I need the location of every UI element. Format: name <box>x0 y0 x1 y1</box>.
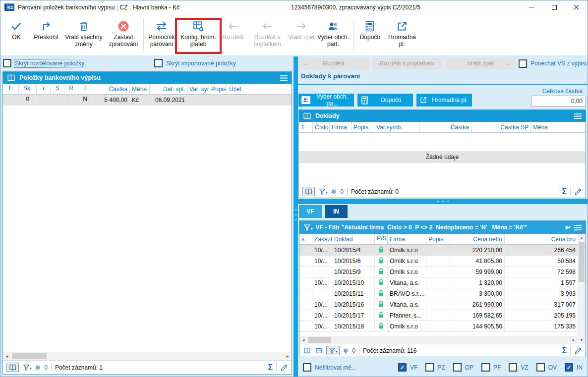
menu-icon[interactable] <box>280 75 288 81</box>
scrollbar-thumb[interactable] <box>579 242 585 282</box>
checkbox-box[interactable] <box>154 59 163 67</box>
table-row[interactable]: 10/...10/2015/16Vitana, a.s.261 990,0031… <box>299 299 578 310</box>
tab-vf[interactable]: VF <box>299 205 322 218</box>
snowflake-icon[interactable]: ❄ <box>343 347 349 354</box>
toolbar-button-pomocnik-parovani[interactable]: Pomocník párování <box>146 14 177 55</box>
checkbox-box[interactable] <box>519 59 527 68</box>
column-header-s[interactable]: S <box>51 84 64 94</box>
filter-checkbox-pf[interactable]: PF <box>481 363 501 372</box>
column-header-p-s[interactable]: P/S <box>375 234 388 244</box>
table-row[interactable]: 10/...10/2015/18Omilk s.r.o144 905,50175… <box>299 321 578 332</box>
column-header-i[interactable]: i <box>37 84 51 94</box>
filter-checkbox-ov[interactable]: OV <box>536 363 557 372</box>
table-row[interactable]: 10/...10/2015/6Omilk s.r.o41 805,0050 58… <box>299 256 578 267</box>
play-icon[interactable]: ▶▾ <box>566 224 571 230</box>
column-header-col6[interactable] <box>471 122 485 132</box>
column-header-firma[interactable]: Firma <box>330 122 352 132</box>
filter-blue-icon[interactable]: ▾ <box>318 188 328 195</box>
scroll-up-icon[interactable] <box>578 234 586 242</box>
vertical-splitter[interactable] <box>294 56 298 377</box>
checkbox-box[interactable] <box>3 59 11 67</box>
total-amount-input[interactable] <box>531 96 586 107</box>
column-header-dat-spl[interactable]: Dat. spl. <box>150 84 187 94</box>
column-header-popis[interactable]: Popis <box>209 84 227 94</box>
column-header-var-symb[interactable]: Var.symb. <box>374 122 420 132</box>
toolbar-button-vyber-obch-part[interactable]: Vyber obch. part. <box>315 14 351 55</box>
archive-icon[interactable] <box>315 347 323 354</box>
split-button-rozdelit[interactable]: ←Rozdělit <box>298 58 369 69</box>
column-header-cena-netto[interactable]: Cena netto <box>449 234 505 244</box>
close-button[interactable] <box>565 0 588 14</box>
column-header-s[interactable]: s <box>299 234 312 244</box>
column-header-f[interactable]: F <box>3 84 19 94</box>
checkbox-box[interactable] <box>536 363 545 372</box>
menu-icon[interactable] <box>574 224 582 231</box>
checkbox-box[interactable] <box>481 363 490 372</box>
checkbox-box[interactable] <box>303 363 311 372</box>
scroll-right-icon[interactable] <box>570 336 578 344</box>
column-header-m-na[interactable]: Měna <box>531 122 586 132</box>
column-header-stka-sp[interactable]: Částka SP <box>485 122 531 132</box>
column-header-t[interactable]: T <box>78 84 92 94</box>
hide-split-items-checkbox[interactable]: Skrýt rozdělované položky <box>3 59 84 67</box>
table-row[interactable]: 0N5 400,00Kč06.09.2021 <box>3 95 292 106</box>
column-header-t[interactable]: T <box>299 122 313 132</box>
filter-checkbox-vz[interactable]: VZ <box>509 363 528 372</box>
edit-pencil-icon[interactable] <box>574 188 582 196</box>
filter-blue-icon[interactable]: ▾ <box>326 346 340 355</box>
minimize-button[interactable] <box>521 0 543 14</box>
column-header-stka[interactable]: Částka <box>420 122 471 132</box>
toolbar-button-zastavit-zpracovani[interactable]: Zastavt zpracování <box>106 14 141 55</box>
sum-icon[interactable]: Σ <box>562 347 567 355</box>
column-header-r[interactable]: R <box>64 84 78 94</box>
toolbar-button-konfig-hrom-plateb[interactable]: Konfig. hrom. plateb <box>177 14 219 55</box>
table-row[interactable]: 10/2015/9Omilk s.r.o59 999,0072 598 <box>299 267 578 277</box>
column-header-m-na[interactable]: Měna <box>130 84 150 94</box>
book-blue-icon[interactable] <box>303 347 311 354</box>
filter-checkbox-in[interactable]: ✓IN <box>565 363 583 372</box>
table-row[interactable]: 10/...10/2015/10Vitana, a.s.1 320,001 59… <box>299 277 578 288</box>
toolbar-button-ok[interactable]: OK <box>2 14 30 55</box>
scroll-left-icon[interactable] <box>3 352 11 360</box>
edit-pencil-icon[interactable] <box>280 364 288 372</box>
column-header-doklad[interactable]: Doklad <box>332 234 375 244</box>
checkbox-box[interactable] <box>425 363 434 372</box>
table-row[interactable]: 10/2015/11BRAVO s.r....3 300,003 993 <box>299 288 578 299</box>
maximize-button[interactable] <box>543 0 565 14</box>
snowflake-icon[interactable]: ❄ <box>35 364 41 371</box>
filter-checkbox-vf[interactable]: ✓VF <box>398 363 417 372</box>
table-row[interactable]: 10/...10/2015/17Pfanner, s...169 582,652… <box>299 310 578 321</box>
split-button-rozdelit-s-poplatkem[interactable]: ←Rozdělit s poplatkem <box>372 58 442 69</box>
column-header-et[interactable]: Účet <box>227 84 292 94</box>
sum-icon[interactable]: Σ <box>268 364 273 372</box>
column-header-popis[interactable]: Popis <box>426 234 449 244</box>
hide-imported-items-checkbox[interactable]: Skrýt importované položky <box>154 59 236 67</box>
book-blue-icon[interactable] <box>302 187 315 196</box>
scrollbar-thumb[interactable] <box>308 337 331 343</box>
split-button-vratit-zpet[interactable]: →Vrátit zpět <box>445 58 516 69</box>
filter-checkbox-nefiltrovat-m[interactable]: Nefiltrovat mě... <box>303 363 356 372</box>
filter-icon[interactable]: ▾ <box>303 223 313 231</box>
snowflake-icon[interactable]: ❄ <box>331 188 337 195</box>
keep-vs-checkbox[interactable]: Ponechat VS z výpisu <box>519 59 588 68</box>
toolbar-button-preskocit[interactable]: Přeskočit <box>30 14 62 55</box>
scroll-right-icon[interactable] <box>284 352 292 360</box>
scrollbar-thumb[interactable] <box>12 353 47 359</box>
column-header-zak-zk[interactable]: Zakázk: <box>312 234 332 244</box>
checkbox-box[interactable] <box>453 363 462 372</box>
action-button-dopocti[interactable]: Dopočti <box>357 94 413 107</box>
toolbar-button-vratit-vsechny-zmeny[interactable]: Vrátit všechny změny <box>62 14 106 55</box>
filter-blue-icon[interactable]: ▾ <box>22 364 32 371</box>
column-header-firma[interactable]: Firma <box>388 234 426 244</box>
column-header-stka[interactable]: Částka <box>92 84 130 94</box>
action-button-vyber-obch-pa[interactable]: Vyber obch. pa... <box>298 94 354 107</box>
scroll-left-icon[interactable] <box>299 336 307 344</box>
toolbar-button-dopocti[interactable]: Dopočti <box>355 14 384 55</box>
column-header-var-syn[interactable]: Var. syn <box>187 84 209 94</box>
book-blue-icon[interactable] <box>6 363 19 372</box>
tab-in[interactable]: IN <box>325 205 348 218</box>
toolbar-button-rozdelit-s-poplatkem[interactable]: Rozdělit s poplatkem <box>247 14 288 55</box>
filter-checkbox-op[interactable]: OP <box>453 363 473 372</box>
column-header-cena-bru[interactable]: Cena bru <box>505 234 578 244</box>
column-header-popis[interactable]: Popis <box>352 122 374 132</box>
